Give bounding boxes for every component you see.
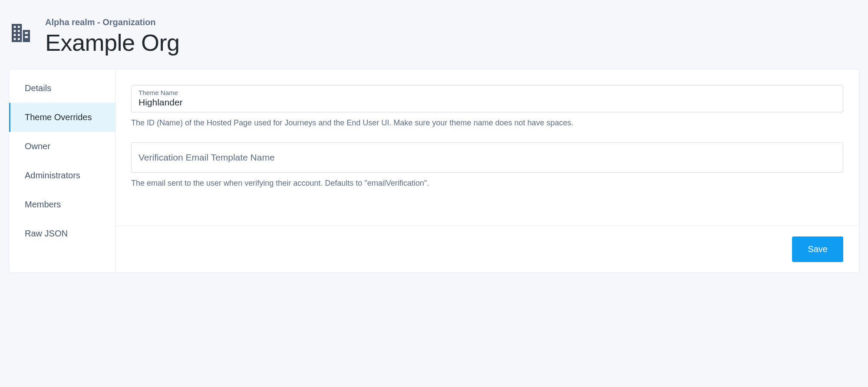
verification-email-input-wrapper[interactable]: Verification Email Template Name <box>131 142 843 173</box>
sidebar-item-details[interactable]: Details <box>9 74 115 103</box>
theme-name-label: Theme Name <box>139 89 836 96</box>
theme-name-group: Theme Name The ID (Name) of the Hosted P… <box>131 85 843 128</box>
sidebar-item-administrators[interactable]: Administrators <box>9 161 115 190</box>
save-button[interactable]: Save <box>792 236 843 262</box>
theme-name-input-wrapper[interactable]: Theme Name <box>131 85 843 112</box>
sidebar-nav: Details Theme Overrides Owner Administra… <box>9 69 116 272</box>
verification-email-group: Verification Email Template Name The ema… <box>131 142 843 189</box>
theme-name-help: The ID (Name) of the Hosted Page used fo… <box>131 118 843 128</box>
sidebar-item-raw-json[interactable]: Raw JSON <box>9 219 115 248</box>
page-title: Example Org <box>45 29 180 56</box>
settings-card: Details Theme Overrides Owner Administra… <box>9 69 859 273</box>
content-area: Theme Name The ID (Name) of the Hosted P… <box>116 69 859 272</box>
sidebar-item-owner[interactable]: Owner <box>9 132 115 161</box>
verification-email-placeholder: Verification Email Template Name <box>139 152 275 162</box>
content-footer: Save <box>116 226 859 272</box>
page-header: Alpha realm - Organization Example Org <box>9 9 859 69</box>
header-text: Alpha realm - Organization Example Org <box>45 17 180 56</box>
organization-icon <box>9 21 33 45</box>
sidebar-item-theme-overrides[interactable]: Theme Overrides <box>9 103 115 132</box>
verification-email-help: The email sent to the user when verifyin… <box>131 178 843 189</box>
theme-name-input[interactable] <box>139 97 836 108</box>
content-body: Theme Name The ID (Name) of the Hosted P… <box>116 69 859 226</box>
breadcrumb: Alpha realm - Organization <box>45 17 180 27</box>
sidebar-item-members[interactable]: Members <box>9 190 115 219</box>
